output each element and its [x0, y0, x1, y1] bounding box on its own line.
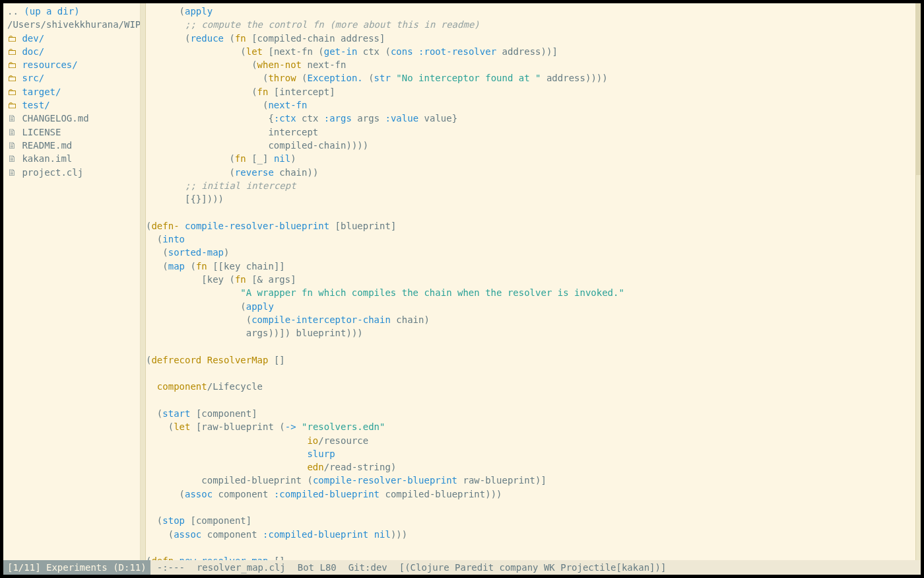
emacs-frame: .. (up a dir) /Users/shivekkhurana/WIP/>…: [3, 3, 921, 575]
comment: ;; initial intercept: [185, 180, 296, 191]
tree-entry-label: project.clj: [22, 167, 83, 178]
folder-icon: 🗀: [7, 33, 22, 44]
tree-entry-label: resources/: [22, 59, 77, 70]
tree-entry[interactable]: 🗀 doc/: [3, 45, 140, 58]
file-icon: 🗎: [7, 167, 22, 178]
tree-entry[interactable]: 🗎 README.md: [3, 139, 140, 152]
tree-entry[interactable]: 🗀 resources/: [3, 58, 140, 71]
tree-entry[interactable]: 🗀 dev/: [3, 32, 140, 45]
status-right: -:---resolver_map.cljBot L80Git:dev[(Clo…: [150, 560, 673, 575]
sidebar-scrollbar[interactable]: [141, 3, 146, 560]
sym-apply: apply: [185, 6, 213, 17]
up-dir-dots: ..: [7, 6, 24, 17]
tree-entry[interactable]: 🗀 src/: [3, 71, 140, 85]
file-icon: 🗎: [7, 153, 22, 164]
tree-entry-label: target/: [22, 87, 61, 97]
tree-entry[interactable]: 🗎 project.clj: [3, 166, 140, 179]
up-dir-link[interactable]: .. (up a dir): [3, 5, 140, 18]
code-editor[interactable]: (apply ;; compute the control fn (more a…: [146, 3, 915, 560]
status-left: [1/11] Experiments (D:11): [3, 560, 150, 575]
buffer-name: resolver_map.clj: [197, 562, 286, 573]
tree-entry-label: doc/: [22, 46, 44, 57]
folder-icon: 🗀: [7, 73, 22, 83]
cwd-path: /Users/shivekkhurana/WIP/>: [3, 18, 140, 31]
folder-icon: 🗀: [7, 46, 22, 57]
tree-entry[interactable]: 🗎 LICENSE: [3, 126, 140, 139]
buffer-position: Bot L80: [298, 562, 337, 573]
tree-entry[interactable]: 🗀 target/: [3, 85, 140, 98]
file-icon: 🗎: [7, 127, 22, 137]
editor-content: (apply ;; compute the control fn (more a…: [146, 5, 915, 560]
scroll-thumb[interactable]: [916, 3, 921, 175]
file-icon: 🗎: [7, 113, 22, 124]
tree-entry-label: dev/: [22, 33, 44, 44]
git-branch: Git:dev: [348, 562, 387, 573]
tree-entry-label: README.md: [22, 140, 72, 151]
editor-scrollbar[interactable]: [915, 3, 921, 560]
tree-entry-label: kakan.iml: [22, 153, 72, 164]
tree-entry[interactable]: 🗀 test/: [3, 98, 140, 112]
tree-entry-label: LICENSE: [22, 127, 61, 137]
file-icon: 🗎: [7, 140, 22, 151]
folder-icon: 🗀: [7, 59, 22, 70]
file-tree-sidebar[interactable]: .. (up a dir) /Users/shivekkhurana/WIP/>…: [3, 3, 141, 560]
modified-indicator: -:---: [157, 562, 185, 573]
minor-modes: [(Clojure Paredit company WK Projectile[…: [399, 562, 667, 573]
tree-entry-label: CHANGELOG.md: [22, 113, 88, 124]
folder-icon: 🗀: [7, 100, 22, 110]
tree-entry-label: src/: [22, 73, 44, 83]
tree-entry[interactable]: 🗎 CHANGELOG.md: [3, 112, 140, 125]
main-split: .. (up a dir) /Users/shivekkhurana/WIP/>…: [3, 3, 921, 560]
mode-line: [1/11] Experiments (D:11) -:---resolver_…: [3, 560, 921, 575]
comment: ;; compute the control fn (more about th…: [185, 19, 480, 30]
folder-icon: 🗀: [7, 87, 22, 97]
tree-entry-label: test/: [22, 100, 50, 110]
tree-entry[interactable]: 🗎 kakan.iml: [3, 152, 140, 165]
up-dir-label: (up a dir): [24, 6, 79, 17]
